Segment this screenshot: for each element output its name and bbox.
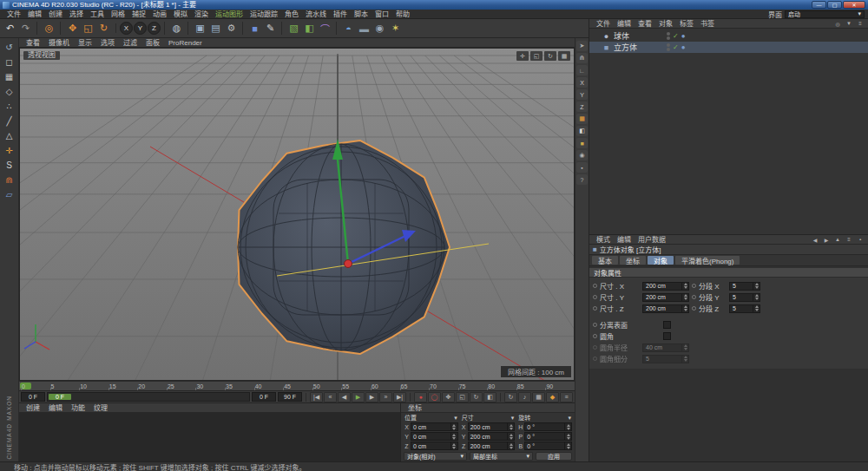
coordinate-input[interactable]: 0 cm — [411, 442, 458, 450]
attribute-tab[interactable]: 对象 — [648, 256, 674, 265]
menu-item[interactable]: 书签 — [697, 19, 718, 29]
menu-item[interactable]: 窗口 — [372, 10, 392, 19]
prev-key-button[interactable]: « — [324, 392, 337, 402]
attribute-tab[interactable]: 平滑着色(Phong) — [675, 256, 740, 265]
object-name[interactable]: 立方体 — [614, 42, 652, 53]
menu-item[interactable]: 摄像机 — [45, 38, 73, 48]
timeline-tick[interactable]: 85 — [516, 382, 546, 390]
segments-input[interactable]: 5 — [729, 304, 760, 313]
anim-dot-icon[interactable] — [593, 357, 597, 361]
coordinate-space-dropdown[interactable]: 局部坐标▾ — [470, 452, 533, 461]
next-frame-button[interactable]: ▶ — [365, 392, 378, 402]
anim-dot-icon[interactable] — [692, 284, 696, 288]
lock-icon[interactable]: ▪ — [856, 236, 865, 244]
menu-item[interactable]: 脚本 — [351, 10, 372, 19]
stepper[interactable] — [681, 356, 687, 363]
stepper[interactable] — [564, 423, 570, 430]
coordinate-mode-dropdown[interactable]: 对象(相对)▾ — [404, 452, 467, 461]
stepper[interactable] — [507, 433, 513, 440]
stepper[interactable] — [564, 442, 570, 449]
menu-item[interactable]: 网格 — [108, 10, 128, 19]
subdivision-surface-icon[interactable]: ▧ — [286, 21, 301, 36]
add-cube-icon[interactable]: ■ — [247, 21, 262, 36]
menu-item[interactable]: 编辑 — [24, 10, 45, 19]
timeline-tick[interactable]: 55 — [341, 382, 371, 390]
menu-item[interactable]: 显示 — [75, 38, 95, 48]
timeline-tick[interactable]: 65 — [400, 382, 430, 390]
anim-dot-icon[interactable] — [692, 295, 696, 299]
size-input[interactable]: 200 cm — [642, 293, 689, 302]
timeline-tick[interactable]: 25 — [167, 382, 196, 390]
timeline-tick[interactable]: 50 — [312, 382, 342, 390]
attribute-tab[interactable]: 基本 — [592, 256, 618, 265]
maximize-button[interactable]: ▢ — [827, 1, 842, 9]
snap-icon[interactable]: ⋒ — [2, 173, 16, 186]
gradient-swatch-icon[interactable]: ◧ — [576, 126, 588, 136]
goto-start-button[interactable]: |◀ — [310, 392, 323, 402]
timeline-options-icon[interactable]: ≡ — [560, 392, 573, 402]
edges-mode-icon[interactable]: ╱ — [2, 114, 16, 128]
menu-item[interactable]: 查看 — [23, 38, 43, 48]
stepper[interactable] — [507, 423, 513, 430]
search-icon[interactable]: ◎ — [833, 20, 842, 28]
stepper[interactable] — [564, 433, 570, 440]
config-icon[interactable]: ≡ — [845, 236, 853, 244]
coordinate-input[interactable]: 200 cm — [468, 442, 516, 450]
menu-item[interactable]: 功能 — [68, 403, 89, 413]
render-view-icon[interactable]: ▣ — [193, 21, 207, 36]
autokey-button[interactable]: ◯ — [428, 392, 441, 402]
color-swatch-icon[interactable]: ■ — [576, 138, 588, 148]
scale-icon[interactable]: ◱ — [81, 21, 95, 36]
playback-mode-icon[interactable]: ↻ — [504, 392, 517, 402]
timeline-tick[interactable]: 70 — [429, 382, 458, 390]
render-picture-viewer-icon[interactable]: ▤ — [208, 21, 223, 36]
anim-dot-icon[interactable] — [593, 323, 597, 327]
viewport-solo-icon[interactable]: S — [2, 158, 16, 172]
filter-icon[interactable]: ▼ — [845, 20, 853, 28]
start-frame-field[interactable]: 0 F — [252, 392, 276, 402]
menu-item[interactable]: 插件 — [330, 10, 351, 19]
axis-y-lock-button[interactable]: Y — [134, 22, 147, 35]
toggle-panels-icon[interactable]: ▦ — [558, 51, 570, 61]
attribute-tab[interactable]: 坐标 — [620, 256, 646, 265]
axis-x-icon[interactable]: X — [576, 77, 588, 88]
rotate-view-icon[interactable]: ↻ — [544, 51, 556, 61]
menu-item[interactable]: 标签 — [676, 19, 697, 29]
enable-axis-icon[interactable]: ✛ — [2, 143, 16, 157]
camera-nav-icon[interactable]: ◉ — [576, 150, 588, 160]
viewport-label[interactable]: 透视视图 — [23, 51, 60, 60]
axis-y-icon[interactable]: Y — [576, 89, 588, 100]
close-button[interactable]: ✕ — [843, 1, 865, 9]
menu-item[interactable]: 捕捉 — [128, 10, 149, 19]
timeline-tick[interactable]: 75 — [458, 382, 488, 390]
chevron-down-icon[interactable]: ▾ — [569, 415, 572, 422]
play-button[interactable]: ▶ — [352, 392, 365, 402]
coordinates-tab[interactable]: 坐标 — [404, 403, 425, 413]
anim-dot-icon[interactable] — [593, 345, 597, 350]
checkbox[interactable] — [663, 332, 671, 340]
anim-dot-icon[interactable] — [692, 306, 696, 311]
rotate-icon[interactable]: ↻ — [96, 21, 111, 36]
value-input[interactable]: 40 cm — [642, 343, 689, 352]
next-key-button[interactable]: » — [379, 392, 392, 402]
sound-icon[interactable]: ♪ — [518, 392, 531, 402]
menu-item[interactable]: 创建 — [23, 403, 43, 413]
goto-end-button[interactable]: ▶| — [393, 392, 406, 402]
stepper[interactable] — [681, 294, 687, 301]
record-keyframe-button[interactable]: ● — [414, 392, 427, 402]
material-list-area[interactable] — [19, 413, 400, 461]
coordinate-system-icon[interactable]: ◍ — [169, 21, 184, 36]
object-row[interactable]: ■ 立方体 ✓ ● — [589, 42, 868, 53]
floor-icon[interactable]: ▬ — [357, 21, 372, 36]
help-icon[interactable]: ? — [576, 174, 588, 185]
size-input[interactable]: 200 cm — [642, 282, 689, 291]
anim-dot-icon[interactable] — [593, 334, 597, 338]
axis-x-lock-button[interactable]: X — [120, 22, 133, 35]
coordinate-input[interactable]: 0 ° — [524, 422, 572, 431]
menu-item[interactable]: 运动跟踪 — [247, 10, 281, 19]
menu-item[interactable]: 编辑 — [614, 19, 635, 29]
timeline-tick[interactable]: 0 — [21, 382, 50, 390]
object-manager-list[interactable]: ● 球体 ✓ ● ■ 立方体 ✓ ● — [589, 29, 868, 235]
stepper[interactable] — [753, 294, 759, 301]
stepper[interactable] — [450, 423, 457, 430]
